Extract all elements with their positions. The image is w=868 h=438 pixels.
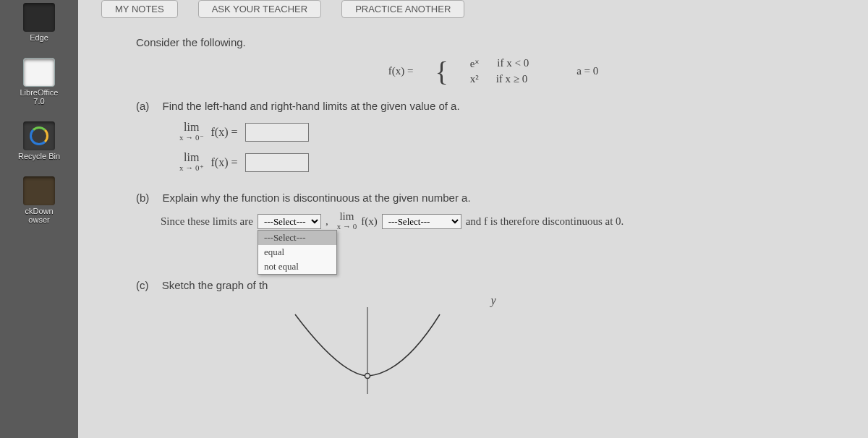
top-button-bar: MY NOTES ASK YOUR TEACHER PRACTICE ANOTH… — [101, 0, 851, 23]
dropdown-option-select[interactable]: ---Select--- — [258, 231, 336, 245]
desktop-icon-recycle-bin[interactable]: Recycle Bin — [7, 121, 72, 160]
desktop-icon-edge[interactable]: Edge — [7, 3, 72, 42]
right-curve-icon — [369, 314, 440, 376]
a-value: a = 0 — [576, 65, 598, 77]
my-notes-button[interactable]: MY NOTES — [101, 0, 178, 18]
lim1-lim: lim — [184, 122, 199, 132]
limit-left-row: lim x → 0⁻ f(x) = — [179, 122, 851, 142]
dropdown-option-not-equal[interactable]: not equal — [258, 259, 336, 274]
piece-r1b: if x < 0 — [497, 57, 529, 70]
libreoffice-label: LibreOffice 7.0 — [20, 88, 59, 106]
lim2-fx: f(x) = — [211, 156, 238, 169]
part-c-text: Sketch the graph of th — [162, 279, 268, 291]
recycle-bin-icon — [23, 121, 55, 150]
fx-label: f(x) = — [388, 65, 414, 77]
part-a-tag: (a) — [136, 100, 149, 112]
limit-right-input[interactable] — [245, 153, 309, 172]
lim2-lim: lim — [184, 153, 199, 163]
prompt-text: Consider the following. — [136, 36, 851, 48]
desktop-icons-column: Edge LibreOffice 7.0 Recycle Bin ckDown … — [0, 0, 78, 438]
limits-relation-dropdown: ---Select--- equal not equal — [258, 230, 337, 275]
brace-icon: { — [435, 61, 448, 82]
sketch-plot — [252, 307, 483, 394]
limits-relation-select[interactable]: ---Select--- — [258, 214, 321, 229]
piece-r2b: if x ≥ 0 — [496, 73, 528, 85]
lim2-sub: x → 0⁺ — [179, 163, 204, 173]
piecewise-definition: f(x) = { eˣ if x < 0 x² if x ≥ 0 a = 0 — [136, 57, 851, 85]
axis-y-label: y — [136, 294, 851, 307]
open-point-icon — [365, 374, 370, 379]
part-b-text: Explain why the function is discontinuou… — [163, 192, 471, 204]
piece-r1a: eˣ — [470, 57, 480, 70]
sentence-lim: lim — [339, 211, 354, 221]
content-sheet: MY NOTES ASK YOUR TEACHER PRACTICE ANOTH… — [78, 0, 868, 438]
lim1-sub: x → 0⁻ — [179, 132, 204, 142]
recycle-bin-label: Recycle Bin — [18, 152, 60, 160]
part-b-tag: (b) — [136, 192, 149, 204]
piece-r2a: x² — [470, 73, 479, 85]
kdown-label: ckDown owser — [25, 207, 53, 224]
edge-label: Edge — [30, 33, 48, 42]
sentence-comma: , — [326, 215, 328, 228]
libreoffice-icon — [23, 58, 55, 87]
lim1-fx: f(x) = — [211, 126, 238, 139]
desktop-icon-kdown[interactable]: ckDown owser — [7, 176, 72, 224]
desktop-icon-libreoffice[interactable]: LibreOffice 7.0 — [7, 58, 72, 106]
sentence-p1: Since these limits are — [161, 215, 253, 228]
sentence-sub: x → 0 — [337, 221, 357, 231]
part-c-line: (c) Sketch the graph of th — [136, 279, 851, 291]
ask-teacher-button[interactable]: ASK YOUR TEACHER — [198, 0, 321, 18]
sentence-p2: and f is therefore discontinuous at 0. — [466, 215, 624, 228]
limit-exists-select[interactable]: ---Select--- — [382, 214, 461, 229]
practice-another-button[interactable]: PRACTICE ANOTHER — [341, 0, 464, 18]
dropdown-option-equal[interactable]: equal — [258, 245, 336, 259]
limits-relation-select-wrapper: ---Select--- ---Select--- equal not equa… — [258, 214, 321, 229]
kdown-icon — [23, 176, 55, 205]
edge-icon — [23, 3, 55, 32]
left-curve-icon — [295, 314, 366, 376]
part-a-line: (a) Find the left-hand and right-hand li… — [136, 100, 851, 112]
sentence-fx: f(x) — [361, 215, 378, 228]
part-c-tag: (c) — [136, 279, 149, 291]
part-b-line: (b) Explain why the function is disconti… — [136, 192, 851, 204]
part-a-text: Find the left-hand and right-hand limits… — [163, 100, 460, 112]
sentence-row: Since these limits are ---Select--- ---S… — [161, 211, 851, 231]
limit-left-input[interactable] — [245, 123, 309, 142]
limit-right-row: lim x → 0⁺ f(x) = — [179, 153, 851, 173]
